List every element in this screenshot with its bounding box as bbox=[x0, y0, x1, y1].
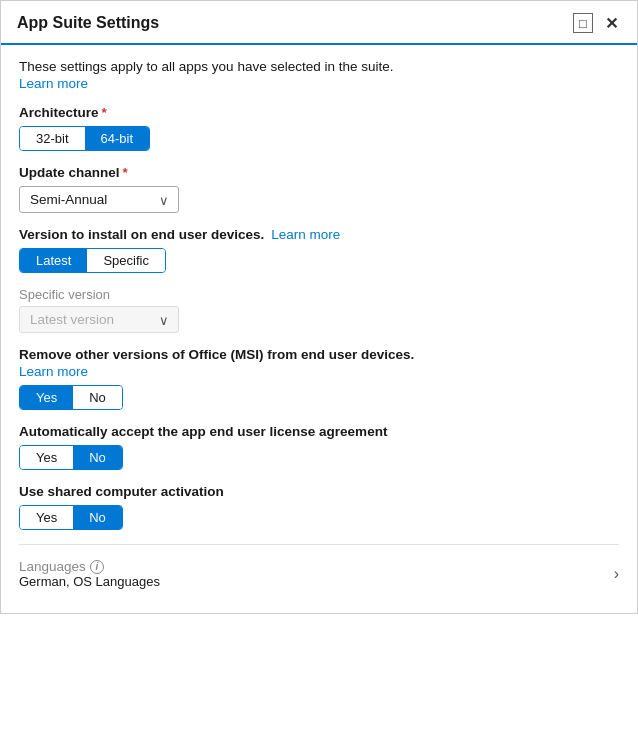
remove-msi-label: Remove other versions of Office (MSI) fr… bbox=[19, 347, 619, 362]
architecture-required: * bbox=[102, 105, 107, 120]
specific-version-label: Specific version bbox=[19, 287, 619, 302]
languages-title-row: Languages i bbox=[19, 559, 160, 574]
remove-msi-learn-more-link[interactable]: Learn more bbox=[19, 364, 619, 379]
shared-computer-toggle-group: Yes No bbox=[19, 505, 123, 530]
title-bar: App Suite Settings □ ✕ bbox=[1, 1, 637, 45]
languages-value: German, OS Languages bbox=[19, 574, 160, 589]
intro-description: These settings apply to all apps you hav… bbox=[19, 59, 619, 74]
update-channel-dropdown-wrap: Semi-Annual Current Monthly ∨ bbox=[19, 186, 179, 213]
languages-section: Languages i German, OS Languages › bbox=[19, 544, 619, 593]
specific-version-section: Specific version Latest version ∨ bbox=[19, 287, 619, 333]
auto-accept-eula-toggle-wrap: Yes No bbox=[19, 445, 619, 470]
minimize-button[interactable]: □ bbox=[573, 13, 593, 33]
remove-msi-section: Remove other versions of Office (MSI) fr… bbox=[19, 347, 619, 410]
close-button[interactable]: ✕ bbox=[601, 13, 621, 33]
architecture-toggle-group: 32-bit 64-bit bbox=[19, 126, 150, 151]
remove-msi-no-button[interactable]: No bbox=[73, 386, 122, 409]
specific-version-dropdown-wrap: Latest version ∨ bbox=[19, 306, 179, 333]
version-install-label: Version to install on end user devices. … bbox=[19, 227, 619, 242]
shared-computer-toggle-wrap: Yes No bbox=[19, 505, 619, 530]
shared-computer-no-button[interactable]: No bbox=[73, 506, 122, 529]
dialog-content: These settings apply to all apps you hav… bbox=[1, 45, 637, 613]
shared-computer-label: Use shared computer activation bbox=[19, 484, 619, 499]
remove-msi-yes-button[interactable]: Yes bbox=[20, 386, 73, 409]
update-channel-select[interactable]: Semi-Annual Current Monthly bbox=[19, 186, 179, 213]
version-latest-button[interactable]: Latest bbox=[20, 249, 87, 272]
architecture-32bit-button[interactable]: 32-bit bbox=[20, 127, 85, 150]
update-channel-required: * bbox=[123, 165, 128, 180]
languages-label: Languages bbox=[19, 559, 86, 574]
intro-learn-more-link[interactable]: Learn more bbox=[19, 76, 619, 91]
version-install-learn-more-link[interactable]: Learn more bbox=[271, 227, 340, 242]
architecture-64bit-button[interactable]: 64-bit bbox=[85, 127, 150, 150]
intro-section: These settings apply to all apps you hav… bbox=[19, 59, 619, 91]
update-channel-label: Update channel * bbox=[19, 165, 619, 180]
shared-computer-yes-button[interactable]: Yes bbox=[20, 506, 73, 529]
languages-info-icon: i bbox=[90, 560, 104, 574]
languages-chevron-right-icon: › bbox=[614, 565, 619, 583]
update-channel-section: Update channel * Semi-Annual Current Mon… bbox=[19, 165, 619, 213]
app-suite-settings-dialog: App Suite Settings □ ✕ These settings ap… bbox=[0, 0, 638, 614]
title-bar-controls: □ ✕ bbox=[573, 13, 621, 33]
architecture-section: Architecture * 32-bit 64-bit bbox=[19, 105, 619, 151]
languages-left: Languages i German, OS Languages bbox=[19, 559, 160, 589]
version-specific-button[interactable]: Specific bbox=[87, 249, 165, 272]
auto-accept-eula-no-button[interactable]: No bbox=[73, 446, 122, 469]
dialog-title: App Suite Settings bbox=[17, 14, 159, 32]
shared-computer-section: Use shared computer activation Yes No bbox=[19, 484, 619, 530]
auto-accept-eula-label: Automatically accept the app end user li… bbox=[19, 424, 619, 439]
specific-version-select[interactable]: Latest version bbox=[19, 306, 179, 333]
architecture-label: Architecture * bbox=[19, 105, 619, 120]
auto-accept-eula-yes-button[interactable]: Yes bbox=[20, 446, 73, 469]
remove-msi-toggle-group: Yes No bbox=[19, 385, 123, 410]
auto-accept-eula-toggle-group: Yes No bbox=[19, 445, 123, 470]
version-install-toggle-group: Latest Specific bbox=[19, 248, 166, 273]
auto-accept-eula-section: Automatically accept the app end user li… bbox=[19, 424, 619, 470]
languages-row[interactable]: Languages i German, OS Languages › bbox=[19, 555, 619, 593]
version-install-section: Version to install on end user devices. … bbox=[19, 227, 619, 273]
